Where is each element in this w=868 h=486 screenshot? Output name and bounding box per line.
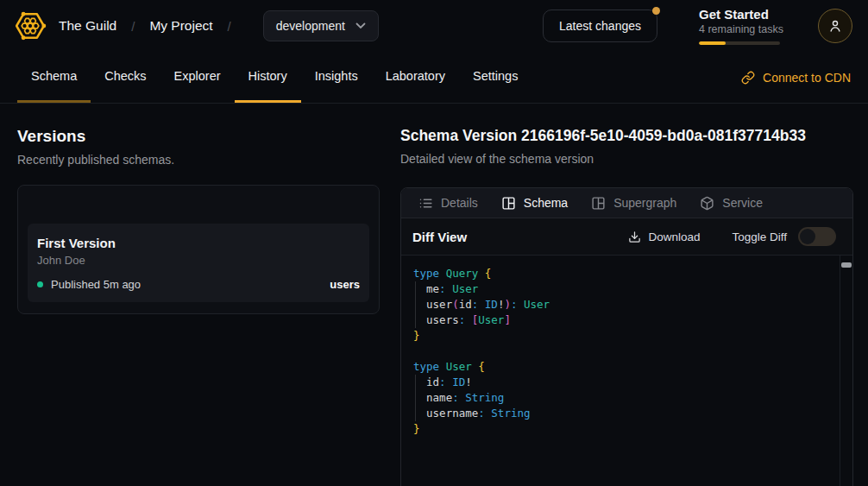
download-icon xyxy=(628,230,641,243)
detail-card: Details Schema xyxy=(400,187,853,486)
version-list-item[interactable]: First Version John Doe Published 5m ago … xyxy=(28,224,369,302)
indent-guide xyxy=(415,281,416,328)
panels-icon xyxy=(501,196,516,211)
breadcrumb-org[interactable]: The Guild xyxy=(59,18,116,34)
download-button[interactable]: Download xyxy=(628,230,700,243)
versions-title: Versions xyxy=(17,127,380,146)
version-author: John Doe xyxy=(37,254,360,267)
detail-tab-schema[interactable]: Schema xyxy=(501,196,568,211)
detail-tab-strip: Details Schema xyxy=(401,188,852,218)
nav-tab-history[interactable]: History xyxy=(235,52,301,103)
published-status-dot xyxy=(37,281,43,287)
latest-changes-button[interactable]: Latest changes xyxy=(543,9,657,42)
connect-to-cdn-link[interactable]: Connect to CDN xyxy=(741,52,851,103)
version-name: First Version xyxy=(37,236,360,250)
versions-panel: Versions Recently published schemas. Fir… xyxy=(17,104,380,314)
person-icon xyxy=(827,18,843,34)
indent-guide xyxy=(415,375,416,421)
version-detail-title: Schema Version 2166196f-5e10-4059-bd0a-0… xyxy=(400,127,853,145)
target-selector-dropdown[interactable]: development xyxy=(263,10,379,41)
version-service-badge: users xyxy=(330,278,360,291)
detail-tab-details[interactable]: Details xyxy=(418,196,478,211)
toggle-diff-switch[interactable] xyxy=(798,227,836,246)
download-label: Download xyxy=(648,230,700,243)
get-started-subtitle: 4 remaining tasks xyxy=(699,23,780,35)
panels-icon xyxy=(591,196,606,211)
detail-tab-label: Details xyxy=(441,196,478,210)
detail-tab-label: Service xyxy=(722,196,763,210)
diff-view-header: Diff View Download Toggle Diff xyxy=(401,218,852,256)
get-started-progress-fill xyxy=(699,41,726,45)
nav-tabs: Schema Checks Explorer History Insights … xyxy=(17,52,531,103)
toggle-diff-control: Toggle Diff xyxy=(732,227,836,246)
version-detail-subtitle: Detailed view of the schema version xyxy=(400,152,853,166)
breadcrumb-project[interactable]: My Project xyxy=(149,18,212,34)
nav-tab-insights[interactable]: Insights xyxy=(301,52,372,103)
hive-logo-icon[interactable] xyxy=(14,9,47,42)
detail-tab-service[interactable]: Service xyxy=(700,196,763,211)
get-started-progress-bar xyxy=(699,41,780,45)
target-selector-value: development xyxy=(276,19,345,33)
main-content: Versions Recently published schemas. Fir… xyxy=(0,104,868,486)
primary-nav: Schema Checks Explorer History Insights … xyxy=(0,52,868,104)
diff-view-title: Diff View xyxy=(412,230,467,244)
versions-card: First Version John Doe Published 5m ago … xyxy=(17,185,380,314)
scrollbar-track xyxy=(840,256,840,486)
nav-tab-settings[interactable]: Settings xyxy=(459,52,531,103)
nav-tab-laboratory[interactable]: Laboratory xyxy=(372,52,459,103)
notification-dot xyxy=(652,7,660,15)
get-started-title: Get Started xyxy=(699,7,780,22)
user-avatar-button[interactable] xyxy=(818,9,852,43)
latest-changes-label: Latest changes xyxy=(559,19,641,33)
chevron-down-icon xyxy=(355,22,366,29)
nav-tab-explorer[interactable]: Explorer xyxy=(160,52,235,103)
list-icon xyxy=(418,196,433,211)
detail-tab-supergraph[interactable]: Supergraph xyxy=(591,196,676,211)
detail-tab-label: Supergraph xyxy=(613,196,676,210)
code-lines: type Query { me: User user(id: ID!): Use… xyxy=(413,266,832,437)
scrollbar-thumb[interactable] xyxy=(841,262,852,268)
toggle-diff-label: Toggle Diff xyxy=(732,230,787,243)
nav-tab-schema[interactable]: Schema xyxy=(17,52,91,103)
schema-code-viewer[interactable]: type Query { me: User user(id: ID!): Use… xyxy=(401,256,852,486)
connect-to-cdn-label: Connect to CDN xyxy=(763,71,851,85)
version-status: Published 5m ago xyxy=(51,278,141,291)
versions-subtitle: Recently published schemas. xyxy=(17,153,380,167)
detail-tab-label: Schema xyxy=(524,196,568,210)
cube-icon xyxy=(700,196,714,211)
toggle-knob xyxy=(800,229,815,244)
version-detail-panel: Schema Version 2166196f-5e10-4059-bd0a-0… xyxy=(400,104,853,486)
top-bar: The Guild / My Project / development Lat… xyxy=(0,0,868,52)
breadcrumb-separator: / xyxy=(131,19,135,34)
link-icon xyxy=(741,71,755,85)
nav-tab-checks[interactable]: Checks xyxy=(91,52,160,103)
get-started-widget[interactable]: Get Started 4 remaining tasks xyxy=(699,7,780,45)
version-meta-row: Published 5m ago users xyxy=(37,278,360,291)
breadcrumb-separator: / xyxy=(228,19,231,34)
app-window: The Guild / My Project / development Lat… xyxy=(0,0,868,486)
